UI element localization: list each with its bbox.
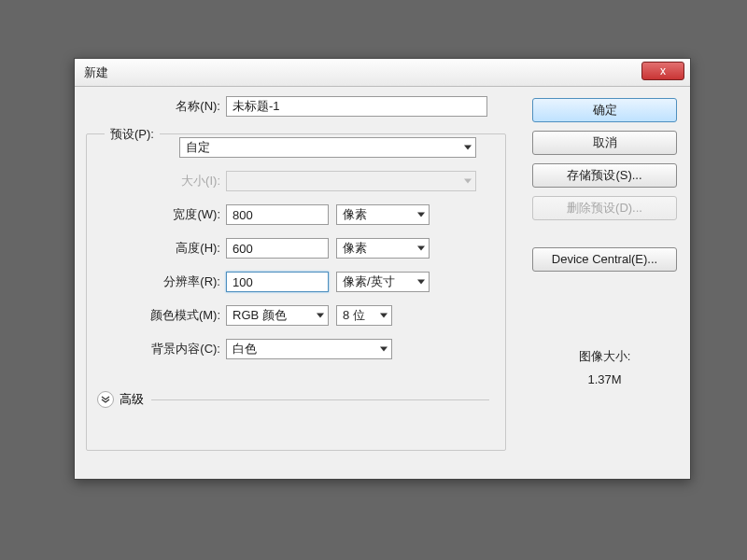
device-central-label: Device Central(E)... (552, 252, 657, 266)
close-button[interactable]: x (641, 62, 684, 80)
chevron-double-down-icon (101, 395, 110, 404)
bg-row: 背景内容(C): 白色 (86, 337, 497, 361)
caret-down-icon (417, 213, 425, 217)
ok-button-label: 确定 (593, 103, 617, 117)
resolution-label: 分辨率(R): (86, 273, 226, 290)
height-label: 高度(H): (86, 240, 226, 257)
caret-down-icon (417, 280, 425, 285)
bg-label: 背景内容(C): (86, 341, 226, 357)
height-input[interactable] (226, 238, 329, 259)
close-icon: x (660, 64, 666, 77)
advanced-row: 高级 (97, 391, 489, 408)
ok-button[interactable]: 确定 (532, 98, 677, 122)
caret-down-icon (417, 246, 425, 251)
save-preset-button[interactable]: 存储预设(S)... (532, 163, 677, 188)
dialog-title: 新建 (84, 64, 108, 81)
advanced-label: 高级 (120, 391, 144, 408)
bg-value: 白色 (233, 341, 257, 357)
name-row: 名称(N): (86, 94, 506, 119)
delete-preset-button: 删除预设(D)... (532, 196, 677, 220)
height-unit-select[interactable]: 像素 (336, 238, 430, 259)
size-row: 大小(I): (86, 169, 497, 193)
colordepth-select[interactable]: 8 位 (336, 305, 392, 326)
resolution-input[interactable] (226, 272, 329, 292)
size-select (226, 171, 476, 191)
save-preset-label: 存储预设(S)... (567, 168, 641, 182)
resolution-unit-select[interactable]: 像素/英寸 (336, 272, 430, 292)
image-size-value: 1.37M (532, 372, 677, 386)
width-unit-value: 像素 (343, 206, 367, 223)
width-input[interactable] (226, 204, 329, 225)
size-label: 大小(I): (86, 173, 226, 189)
resolution-row: 分辨率(R): 像素/英寸 (86, 270, 497, 294)
advanced-toggle[interactable] (97, 391, 114, 408)
height-row: 高度(H): 像素 (86, 236, 497, 260)
delete-preset-label: 删除预设(D)... (567, 201, 642, 215)
height-unit-value: 像素 (343, 240, 367, 257)
resolution-unit-value: 像素/英寸 (343, 273, 395, 290)
colormode-value: RGB 颜色 (233, 307, 287, 324)
colormode-select[interactable]: RGB 颜色 (226, 305, 329, 326)
colormode-row: 颜色模式(M): RGB 颜色 8 位 (86, 303, 497, 328)
width-unit-select[interactable]: 像素 (336, 204, 430, 225)
colordepth-value: 8 位 (343, 307, 365, 324)
bg-select[interactable]: 白色 (226, 339, 392, 359)
preset-inner-rows: 自定 大小(I): 宽度(W): 像素 高度( (86, 145, 497, 371)
cancel-button[interactable]: 取消 (532, 131, 677, 155)
titlebar[interactable]: 新建 x (75, 59, 690, 87)
caret-down-icon (380, 347, 388, 352)
preset-select[interactable]: 自定 (179, 137, 476, 158)
preset-value: 自定 (186, 139, 210, 156)
button-column: 确定 取消 存储预设(S)... 删除预设(D)... Device Centr… (532, 98, 677, 280)
preset-row: 自定 (86, 135, 497, 160)
image-size-label: 图像大小: (532, 348, 677, 365)
caret-down-icon (380, 314, 388, 318)
name-label: 名称(N): (86, 98, 226, 115)
advanced-divider (151, 399, 489, 400)
name-input[interactable] (226, 96, 487, 117)
new-document-dialog: 新建 x 名称(N): 预设(P): 自定 大小( (74, 58, 691, 480)
caret-down-icon (464, 179, 472, 184)
cancel-button-label: 取消 (593, 135, 617, 149)
width-row: 宽度(W): 像素 (86, 203, 497, 227)
image-size-info: 图像大小: 1.37M (532, 348, 677, 386)
caret-down-icon (464, 146, 472, 150)
colormode-label: 颜色模式(M): (86, 307, 226, 324)
dialog-body: 名称(N): 预设(P): 自定 大小(I): (75, 87, 690, 479)
main-form-area: 名称(N): (86, 94, 506, 128)
width-label: 宽度(W): (86, 206, 226, 223)
caret-down-icon (317, 314, 324, 318)
device-central-button[interactable]: Device Central(E)... (532, 247, 677, 272)
